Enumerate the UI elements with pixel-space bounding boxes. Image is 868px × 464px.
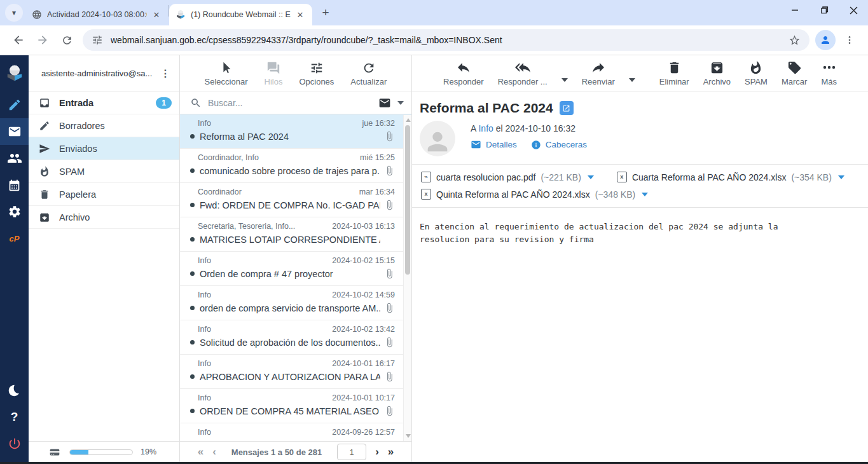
attachment-xlsx[interactable]: x Cuarta Reforma al PAC AÑO 2024.xlsx (~…: [617, 172, 844, 182]
browser-menu-button[interactable]: [839, 30, 860, 50]
attachment-size: (~221 KB): [541, 172, 581, 182]
reply-all-menu-chevron-icon[interactable]: [561, 78, 568, 82]
message-sender: Coordinador, Info: [190, 153, 355, 162]
attachment-icon: [384, 303, 395, 313]
calendar-nav-button[interactable]: [0, 172, 29, 198]
refresh-button[interactable]: Actualizar: [350, 61, 387, 86]
forward-button[interactable]: [32, 30, 53, 50]
forward-button[interactable]: Reenviar: [582, 60, 615, 86]
bookmark-star-icon[interactable]: [789, 34, 801, 46]
folder-spam[interactable]: SPAM: [29, 160, 179, 183]
message-date: 2024-10-03 16:13: [327, 222, 395, 231]
search-scope-mail-icon[interactable]: [378, 97, 391, 109]
url-bar[interactable]: [83, 29, 809, 51]
attachment-menu-chevron-icon[interactable]: [642, 193, 648, 196]
attachment-name: Cuarta Reforma al PAC AÑO 2024.xlsx: [632, 172, 787, 182]
folder-panel: asistente-administrativo@sa... ⋮ Entrada…: [29, 55, 180, 462]
close-tab-icon[interactable]: ✕: [151, 9, 162, 20]
recipient-link[interactable]: Info: [478, 123, 493, 133]
tab-actividad[interactable]: Actividad 2024-10-03 08:00:00 ✕: [25, 4, 169, 25]
archive-button[interactable]: Archivo: [703, 60, 731, 86]
scroll-down-icon[interactable]: [406, 434, 411, 438]
folder-enviados[interactable]: Enviados: [29, 137, 179, 160]
message-row[interactable]: Info2024-09-26 12:57: [180, 423, 411, 441]
details-toggle[interactable]: Detalles: [471, 139, 517, 150]
attachment-xlsx[interactable]: x Quinta Reforma al PAC AÑO 2024.xlsx (~…: [421, 189, 855, 200]
select-button[interactable]: Seleccionar: [205, 61, 248, 86]
site-settings-icon[interactable]: [92, 34, 103, 46]
message-row[interactable]: Infojue 16:32 Reforma al PAC 2024: [180, 114, 411, 149]
folder-borradores[interactable]: Borradores: [29, 114, 179, 137]
last-page-button[interactable]: »: [388, 446, 394, 458]
roundcube-app: cP ? asistente-administrativo@sa... ⋮ En…: [0, 55, 868, 462]
recipient-line: A Info el 2024-10-10 16:32: [471, 123, 587, 133]
refresh-icon: [362, 61, 376, 75]
logout-button[interactable]: [0, 430, 29, 457]
message-row[interactable]: Secretaria, Tesoreria, Info...2024-10-03…: [180, 217, 411, 252]
tab-roundcube[interactable]: (1) Roundcube Webmail :: Envia ✕: [169, 4, 312, 25]
headers-toggle[interactable]: Cabeceras: [531, 140, 587, 150]
forward-menu-chevron-icon[interactable]: [629, 78, 635, 82]
open-in-new-window-button[interactable]: [560, 101, 574, 115]
options-button[interactable]: Opciones: [299, 61, 334, 86]
message-row[interactable]: Info2024-10-01 16:17 APROBACION Y AUTORI…: [180, 355, 411, 389]
folder-label: Papelera: [59, 189, 172, 200]
message-subject: ORDEN DE COMPRA 45 MATERIAL ASEO P...: [200, 406, 380, 416]
mark-button[interactable]: Marcar: [782, 60, 807, 86]
search-options-chevron-icon[interactable]: [397, 101, 404, 105]
cpanel-button[interactable]: cP: [0, 225, 29, 252]
folder-archivo[interactable]: Archivo: [29, 206, 179, 229]
scroll-up-icon[interactable]: [406, 118, 411, 122]
list-scrollbar[interactable]: [403, 115, 411, 441]
tab-title: Actividad 2024-10-03 08:00:00: [47, 10, 147, 19]
page-number-input[interactable]: 1: [337, 444, 366, 460]
message-row[interactable]: Coordinadormar 16:34 Fwd: ORDEN DE COMPR…: [180, 183, 411, 217]
compose-button[interactable]: [0, 92, 29, 118]
attachment-menu-chevron-icon[interactable]: [588, 175, 594, 179]
threads-icon: [266, 61, 280, 75]
search-bar: [180, 92, 411, 114]
person-icon: [423, 127, 452, 156]
back-button[interactable]: [8, 30, 29, 50]
message-row[interactable]: Info2024-10-02 14:59 orden de compra ser…: [180, 286, 411, 320]
mail-nav-button[interactable]: [0, 118, 29, 145]
delete-button[interactable]: Eliminar: [659, 60, 689, 86]
dark-mode-button[interactable]: [0, 377, 29, 404]
new-tab-button[interactable]: +: [317, 4, 334, 21]
message-row[interactable]: Info2024-10-02 13:42 Solicitud de aproba…: [180, 320, 411, 355]
roundcube-logo: [5, 64, 24, 83]
close-window-button[interactable]: [839, 0, 868, 20]
message-sender: Secretaria, Tesoreria, Info...: [190, 222, 327, 231]
message-date: mar 16:34: [354, 188, 395, 196]
threads-button[interactable]: Hilos: [265, 61, 283, 86]
reply-button[interactable]: Responder: [443, 60, 484, 86]
reply-all-icon: [515, 60, 530, 75]
reply-all-button[interactable]: Responder ...: [498, 60, 548, 86]
more-button[interactable]: Más: [821, 60, 837, 86]
message-row[interactable]: Coordinador, Infomié 15:25 comunicado so…: [180, 149, 411, 183]
spam-button[interactable]: SPAM: [745, 60, 768, 86]
attachment-menu-chevron-icon[interactable]: [838, 175, 844, 179]
message-row[interactable]: Info2024-10-02 15:15 Orden de compra # 4…: [180, 252, 411, 286]
folder-entrada[interactable]: Entrada 1: [29, 92, 179, 114]
folder-papelera[interactable]: Papelera: [29, 183, 179, 206]
folder-menu-button[interactable]: ⋮: [156, 67, 174, 79]
message-row[interactable]: Info2024-10-01 10:17 ORDEN DE COMPRA 45 …: [180, 389, 411, 423]
minimize-button[interactable]: [780, 0, 809, 20]
prev-page-button[interactable]: ‹: [212, 446, 216, 458]
url-input[interactable]: [111, 35, 789, 45]
message-sender: Info: [190, 325, 327, 334]
first-page-button[interactable]: «: [198, 446, 203, 458]
scrollbar-thumb[interactable]: [405, 125, 410, 275]
close-tab-icon[interactable]: ✕: [294, 9, 306, 20]
reload-button[interactable]: [57, 30, 77, 50]
contacts-nav-button[interactable]: [0, 145, 29, 172]
next-page-button[interactable]: ›: [375, 446, 379, 458]
attachment-pdf[interactable]: ⌁ cuarta resolucion pac.pdf (~221 KB): [421, 172, 594, 182]
help-button[interactable]: ?: [0, 404, 29, 430]
restore-button[interactable]: [809, 0, 839, 20]
search-input[interactable]: [208, 98, 372, 108]
profile-avatar[interactable]: [815, 30, 836, 50]
tab-search-button[interactable]: ▾: [5, 4, 23, 22]
settings-nav-button[interactable]: [0, 198, 29, 225]
